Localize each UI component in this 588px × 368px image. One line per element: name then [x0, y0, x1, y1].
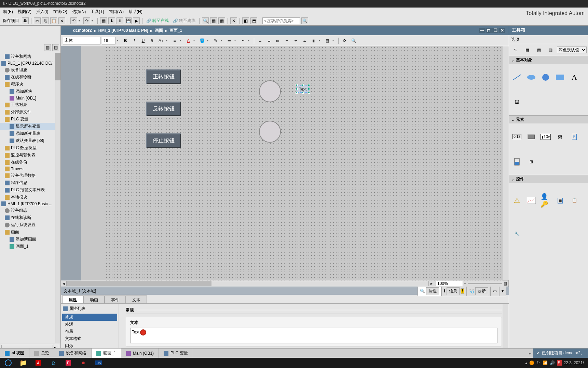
ie-icon[interactable]: e: [46, 358, 60, 367]
tree-screen1[interactable]: 画面_1: [0, 243, 60, 250]
tree-ext-source[interactable]: 外部源文件: [0, 108, 60, 116]
design-canvas[interactable]: 正转按钮 反转按钮 停止按钮 Text: [61, 46, 503, 280]
editor-restore-icon[interactable]: ❐: [492, 28, 498, 33]
menu-view[interactable]: 视图(V): [16, 8, 33, 16]
tree-alarm-text[interactable]: PLC 报警文本列表: [0, 186, 60, 194]
hmi-circle-1[interactable]: [259, 80, 281, 102]
trend-view-tool-icon[interactable]: [526, 196, 536, 205]
editor-minimize-icon[interactable]: —: [479, 28, 485, 33]
print-icon[interactable]: 🖶: [22, 17, 29, 24]
menu-help[interactable]: 帮助(H): [126, 8, 145, 16]
compile-icon[interactable]: ▦: [100, 17, 107, 24]
tree-tech-objects[interactable]: 工艺对象: [0, 101, 60, 108]
zoom-icon[interactable]: 🔍: [350, 37, 357, 44]
hmi-reverse-button[interactable]: 反转按钮: [146, 102, 181, 116]
graphic-io-tool-icon[interactable]: 🖼: [555, 132, 565, 141]
breadcrumb-screens[interactable]: 画面: [155, 28, 163, 34]
subtab-text[interactable]: 文本: [126, 295, 147, 303]
alarm-view-tool-icon[interactable]: ⚠: [512, 196, 522, 205]
align-icon[interactable]: ≡: [171, 37, 178, 44]
start-button[interactable]: [1, 358, 15, 367]
plc-tags-tab[interactable]: PLC 变量: [159, 349, 193, 358]
align-center-icon[interactable]: ⫨: [265, 37, 273, 44]
hmi-text-field-selected[interactable]: Text: [297, 85, 309, 93]
circle-tool-icon[interactable]: [541, 73, 551, 82]
explorer-icon[interactable]: 📁: [16, 358, 30, 367]
tree-online-diag[interactable]: 在线和诊断: [0, 74, 60, 81]
hmi-circle-2[interactable]: [259, 121, 281, 143]
cat-general[interactable]: 常规: [62, 314, 117, 321]
tray-network-icon[interactable]: 📶: [543, 360, 548, 365]
tray-time[interactable]: 22:3: [564, 360, 572, 365]
screen1-tab[interactable]: 画面_1: [92, 349, 121, 358]
tree-view1-icon[interactable]: ▦: [44, 44, 51, 51]
sim-icon[interactable]: ▶: [133, 17, 140, 24]
copy-icon[interactable]: ⎘: [42, 17, 49, 24]
fill-color-icon[interactable]: 🪣: [198, 37, 206, 44]
tray-sound-icon[interactable]: 🔊: [550, 360, 555, 365]
devnet-tab[interactable]: 设备和网络: [54, 349, 92, 358]
main-ob1-tab[interactable]: Main (OB1): [121, 349, 159, 358]
align-top-icon[interactable]: ⫟: [283, 37, 291, 44]
font-color-icon[interactable]: A: [184, 37, 192, 44]
fit-icon[interactable]: ▦: [502, 280, 509, 287]
accessible-icon[interactable]: ▦: [210, 17, 217, 24]
tree-plc-tags[interactable]: PLC 变量: [0, 116, 60, 123]
close-x-icon[interactable]: ✕: [230, 17, 237, 24]
editor-close-icon[interactable]: ✕: [499, 28, 505, 33]
tree-default-tagtable[interactable]: 默认变量表 [38]: [0, 137, 60, 144]
menu-online[interactable]: 在线(O): [51, 8, 69, 16]
recipe-view-tool-icon[interactable]: 📋: [569, 196, 579, 205]
save-project-button[interactable]: 保存项目: [1, 18, 20, 24]
tree-device-proxy[interactable]: 设备代理数据: [0, 172, 60, 179]
underline-icon[interactable]: U: [139, 37, 147, 44]
adobe-icon[interactable]: A: [31, 358, 45, 367]
download-icon[interactable]: ⬇: [108, 17, 115, 24]
tree-plc1[interactable]: PLC_1 [CPU 1214C DC/...: [0, 60, 60, 66]
tree-online-backup[interactable]: 在线备份: [0, 159, 60, 166]
text-value-input[interactable]: Text: [130, 328, 497, 343]
html-view-tool-icon[interactable]: ▦: [555, 196, 565, 205]
tree-hmi1[interactable]: HMI_1 [KTP700 Basic ...: [0, 201, 60, 207]
align-bot-icon[interactable]: ⫠: [301, 37, 309, 44]
symiofield-tool-icon[interactable]: ▮10▾: [541, 132, 551, 141]
rotate-icon[interactable]: ⟳: [341, 37, 348, 44]
line-style-icon[interactable]: ┅: [239, 37, 247, 44]
menu-insert[interactable]: 插入(I): [34, 8, 50, 16]
tray-app-icon[interactable]: 🟠: [529, 360, 534, 365]
section-elements[interactable]: ⌄元素: [509, 116, 588, 123]
tree-show-all-tags[interactable]: 显示所有变量: [0, 123, 60, 130]
system-diag-tool-icon[interactable]: 🔧: [512, 229, 522, 238]
upload-icon[interactable]: ⬆: [117, 17, 123, 24]
subtab-properties[interactable]: 属性: [62, 295, 83, 303]
menu-edit[interactable]: 辑(E): [1, 8, 15, 16]
powerpoint-icon[interactable]: P: [61, 358, 75, 367]
tray-up-icon[interactable]: ▴: [525, 360, 527, 365]
breadcrumb-screen1[interactable]: 画面_1: [169, 28, 182, 34]
line-color-icon[interactable]: ✎: [212, 37, 219, 44]
cat-appearance[interactable]: 外观: [62, 321, 117, 328]
layout-tool-icon[interactable]: ▤: [534, 45, 544, 54]
canvas-scrollbar-v[interactable]: [503, 46, 509, 280]
tabs-scroll-icon[interactable]: ▸: [527, 351, 533, 356]
subtab-events[interactable]: 事件: [105, 295, 126, 303]
tree-program-info[interactable]: 程序信息: [0, 179, 60, 186]
tree-scrollbar[interactable]: [55, 53, 60, 343]
scroll-left-icon[interactable]: ◂: [61, 281, 66, 286]
tree-hmi-diag[interactable]: 在线和诊断: [0, 214, 60, 221]
delete-icon[interactable]: ✕: [58, 17, 65, 24]
bold-icon[interactable]: B: [122, 37, 129, 44]
menu-options[interactable]: 选项(N): [70, 8, 88, 16]
hmi-forward-button[interactable]: 正转按钮: [146, 69, 181, 84]
tree-add-tagtable[interactable]: 添加新变量表: [0, 130, 60, 137]
font-family-input[interactable]: [63, 37, 100, 44]
tree-traces[interactable]: Traces: [0, 166, 60, 172]
hmi-page[interactable]: 正转按钮 反转按钮 停止按钮 Text: [105, 46, 503, 280]
redo-icon[interactable]: ↷: [83, 17, 90, 24]
go-offline-button[interactable]: 🔗 转至离线: [172, 18, 197, 24]
tree-device-config[interactable]: 设备组态: [0, 66, 60, 74]
search-go-icon[interactable]: 🔍: [301, 17, 308, 24]
fontsize-inc-icon[interactable]: A↑: [157, 37, 165, 44]
layers-tool-icon[interactable]: ▥: [545, 45, 556, 54]
theme-select[interactable]: 深色默认值: [557, 47, 587, 53]
